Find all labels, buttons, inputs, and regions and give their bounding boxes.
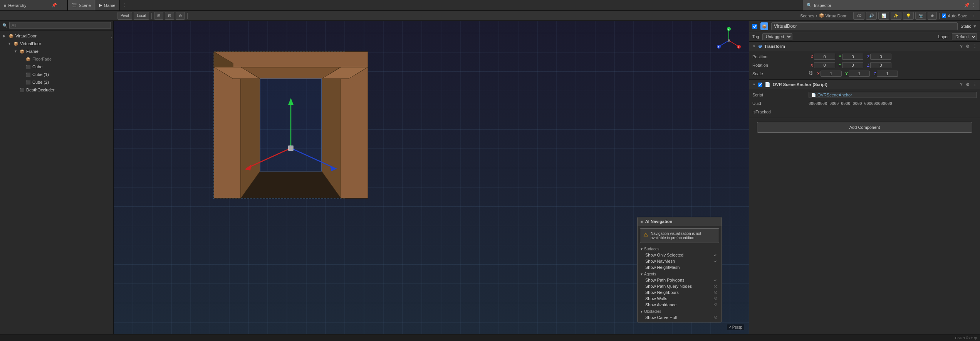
pos-z-input[interactable] [870, 54, 891, 60]
static-dropdown-icon[interactable]: ▼ [973, 24, 977, 29]
ai-nav-warning-text: Navigation visualization is not availabl… [651, 231, 716, 240]
hierarchy-pin-icon[interactable]: 📌 [52, 3, 57, 8]
ovr-anchor-header[interactable]: ▼ 📄 OVR Scene Anchor (Script) ? ⚙ ⋮ [749, 80, 980, 89]
scale-y-input[interactable] [849, 71, 870, 77]
door-scene-svg [129, 21, 476, 245]
ovr-anchor-enabled-checkbox[interactable] [758, 83, 762, 87]
ai-nav-obstacles-header[interactable]: Obstacles [638, 308, 722, 314]
inspector-more-icon[interactable]: ⋮ [972, 3, 976, 8]
script-value-field[interactable]: 📄 OVRSceneAnchor [809, 92, 977, 98]
tab-game[interactable]: ▶ Game [95, 0, 120, 10]
transform-more-icon[interactable]: ⋮ [973, 44, 977, 49]
audio-button[interactable]: 🔊 [866, 12, 877, 20]
ovr-anchor-settings-icon[interactable]: ⚙ [966, 82, 970, 87]
gizmos-button[interactable]: ⊕ [928, 12, 937, 20]
tree-label-virtualdoor-child: VirtualDoor [20, 41, 41, 46]
transform-help-icon[interactable]: ? [960, 44, 963, 49]
tab-inspector[interactable]: 🔍 Inspector 📌 ⋮ [803, 0, 980, 10]
hierarchy-search-input[interactable] [9, 22, 111, 29]
ai-nav-show-avoidance[interactable]: Show Avoidance [638, 302, 722, 308]
svg-marker-9 [341, 67, 368, 198]
tree-item-frame[interactable]: ▼ 📦 Frame [0, 47, 113, 55]
object-active-checkbox[interactable] [752, 24, 757, 29]
breadcrumb-sep: › [816, 14, 817, 18]
scale-x-input[interactable] [821, 71, 842, 77]
pivot-button[interactable]: Pivot [117, 12, 132, 20]
grid-button[interactable]: ⊞ [154, 12, 163, 20]
tree-item-virtualdoor-root[interactable]: ▶ 📦 VirtualDoor ⋮ [0, 32, 113, 40]
svg-text:z: z [718, 46, 719, 48]
search-icon: 🔍 [2, 23, 8, 28]
show-walls-check [714, 297, 717, 300]
ai-nav-surfaces-header[interactable]: Surfaces [638, 245, 722, 252]
persp-label: < Persp [727, 324, 744, 330]
camera-button[interactable]: 📷 [915, 12, 926, 20]
inspector-pin-icon[interactable]: 📌 [964, 3, 970, 8]
ai-nav-show-path-polygons[interactable]: Show Path Polygons ✓ [638, 277, 722, 283]
tab-scene[interactable]: 🎬 Scene [68, 0, 95, 10]
tree-arrow-frame: ▼ [14, 49, 18, 53]
gizmo-svg: y x z [715, 26, 743, 55]
rot-x-input[interactable] [814, 62, 835, 68]
ai-nav-show-walls[interactable]: Show Walls [638, 295, 722, 302]
svg-marker-3 [214, 52, 368, 67]
tab-hierarchy[interactable]: ≡ Hierarchy 📌 ⋮ [0, 0, 67, 10]
ai-nav-show-neighbours[interactable]: Show Neighbours [638, 289, 722, 295]
scale-link-icon[interactable]: ⛓ [809, 71, 813, 77]
hierarchy-more-icon[interactable]: ⋮ [59, 3, 63, 8]
virtualdoor-breadcrumb[interactable]: VirtualDoor [826, 14, 847, 18]
lighting-button[interactable]: 💡 [903, 12, 914, 20]
tree-item-cube1[interactable]: ⬛ Cube (1) [0, 71, 113, 78]
ovr-anchor-more-icon[interactable]: ⋮ [973, 82, 977, 87]
ai-nav-show-only-selected[interactable]: Show Only Selected ✓ [638, 252, 722, 258]
gizmo-button[interactable]: ⊜ [176, 12, 185, 20]
snap-button[interactable]: ⊡ [165, 12, 174, 20]
scale-z-group: Z [871, 71, 898, 77]
stats-button[interactable]: 📊 [878, 12, 889, 20]
transform-body: Position X Y Z [749, 51, 980, 79]
object-icon: 📦 [760, 22, 768, 30]
tree-label-floorfade: FloorFade [32, 57, 52, 61]
scene-toolbar-more[interactable]: ⋮ [969, 13, 978, 18]
rot-x-label: X [809, 63, 813, 68]
pos-y-input[interactable] [842, 54, 863, 60]
auto-save-checkbox[interactable] [942, 14, 946, 18]
scene-gizmo[interactable]: y x z [715, 26, 743, 55]
ai-nav-warning: ⚠ Navigation visualization is not availa… [640, 228, 719, 243]
scenes-breadcrumb[interactable]: Scenes [800, 14, 814, 18]
tag-select[interactable]: Untagged [762, 33, 792, 40]
ai-nav-show-carve-hull[interactable]: Show Carve Hull [638, 314, 722, 322]
tree-item-virtualdoor-child[interactable]: ▼ 📦 VirtualDoor [0, 40, 113, 47]
transform-header[interactable]: ▼ ⊕ Transform ? ⚙ ⋮ [749, 42, 980, 51]
auto-save-label[interactable]: Auto Save [942, 14, 967, 18]
game-tab-icon: ▶ [99, 3, 102, 8]
rot-z-input[interactable] [870, 62, 891, 68]
scale-z-input[interactable] [877, 71, 898, 77]
ai-nav-show-navmesh[interactable]: Show NavMesh ✓ [638, 258, 722, 264]
rot-y-input[interactable] [842, 62, 863, 68]
tree-item-floorfade[interactable]: 📦 FloorFade [0, 55, 113, 63]
object-name-input[interactable] [771, 22, 958, 30]
effects-button[interactable]: ✨ [891, 12, 901, 20]
show-carve-hull-label: Show Carve Hull [645, 315, 677, 320]
viewport-inner[interactable]: y x z < Persp [114, 21, 749, 334]
svg-line-23 [729, 41, 738, 46]
tree-item-cube2[interactable]: ⬛ Cube (2) [0, 78, 113, 86]
transform-settings-icon[interactable]: ⚙ [966, 44, 970, 49]
ai-nav-show-path-query-nodes[interactable]: Show Path Query Nodes [638, 283, 722, 289]
tree-options-icon[interactable]: ⋮ [109, 34, 113, 38]
pos-x-input[interactable] [814, 54, 835, 60]
ai-nav-agents-header[interactable]: Agents [638, 270, 722, 277]
rot-x-group: X [809, 62, 835, 68]
ovr-anchor-help-icon[interactable]: ? [960, 82, 963, 87]
add-component-button[interactable]: Add Component [757, 122, 972, 133]
layer-select[interactable]: Default [952, 33, 977, 40]
2d-button[interactable]: 2D [853, 12, 864, 20]
tree-item-depthoccluder[interactable]: ⬛ DepthOccluder [0, 86, 113, 94]
ai-nav-show-heightmesh[interactable]: Show HeightMesh [638, 264, 722, 270]
tree-item-cube[interactable]: ⬛ Cube [0, 63, 113, 71]
rot-y-label: Y [837, 63, 841, 68]
local-button[interactable]: Local [134, 12, 149, 20]
hierarchy-icon: ≡ [4, 3, 6, 8]
scene-more-icon[interactable]: ⋮ [120, 3, 129, 8]
